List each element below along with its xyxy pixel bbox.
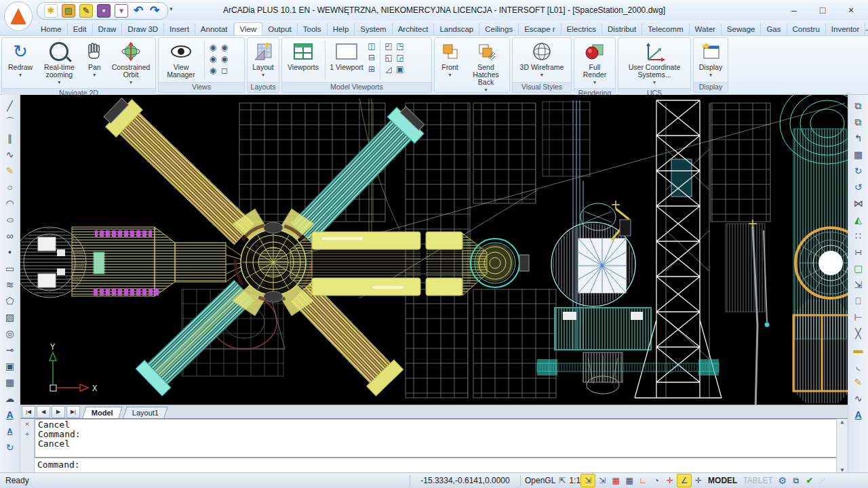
save-icon[interactable]: ▪ (97, 4, 111, 18)
tab-construction[interactable]: Constru (787, 23, 826, 35)
viewport-split-2-icon[interactable]: ◫ (366, 41, 377, 52)
open-file-icon[interactable]: ▨ (62, 4, 75, 18)
point-icon[interactable]: • (2, 244, 18, 260)
prev-tab-button[interactable]: ◀ (37, 406, 50, 418)
object-snap-icon[interactable]: ✛ (663, 474, 677, 487)
front-button[interactable]: Front (437, 39, 463, 79)
copy-icon[interactable]: ⧉ (850, 98, 867, 114)
redraw-tool-icon[interactable]: ↻ (2, 439, 18, 455)
angle-snap-icon[interactable]: ∠ (677, 474, 692, 487)
drawing-canvas[interactable]: Y X (20, 95, 848, 405)
viewport-shade-icon[interactable]: ◲ (395, 52, 406, 63)
copy-multiple-icon[interactable]: ⧉ (850, 114, 867, 130)
rotate-icon[interactable]: ↻ (850, 163, 867, 179)
viewport-split-3-icon[interactable]: ⊟ (366, 52, 377, 63)
grid-snap-icon[interactable]: ▦ (609, 474, 623, 487)
revision-cloud-icon[interactable]: ☁ (2, 390, 18, 407)
view-iso-icon[interactable]: ◉ (208, 65, 218, 76)
polygonal-viewport-icon[interactable]: ◿ (383, 64, 394, 75)
entity-snap-on-icon[interactable]: ⇲ (580, 474, 595, 487)
tab-system[interactable]: System (355, 23, 392, 35)
viewports-button[interactable]: Viewports (284, 39, 322, 72)
array-icon[interactable]: ▦ (850, 146, 867, 163)
viewport-lock-icon[interactable]: ◱ (383, 52, 394, 63)
extend-icon[interactable]: ⊢ (850, 309, 867, 325)
tablet-toggle[interactable]: TABLET (740, 476, 775, 485)
pointer-mode-icon[interactable]: ⇱ (555, 474, 569, 487)
spline-edit-icon[interactable]: ∿ (850, 390, 867, 407)
tab-draw[interactable]: Draw (93, 23, 123, 35)
tab-edit[interactable]: Edit (68, 23, 93, 35)
tab-distribution[interactable]: Distribut (602, 23, 642, 35)
closed-spline-icon[interactable]: ∞ (2, 228, 18, 244)
tab-telecom[interactable]: Telecomm (642, 23, 689, 35)
command-scrollbar[interactable]: ▲ ▼ (836, 419, 848, 473)
double-line-icon[interactable]: ∥ (2, 130, 18, 146)
align-icon[interactable]: ∷ (850, 228, 867, 244)
circle-icon[interactable]: ○ (2, 179, 18, 195)
polar-tracking-icon[interactable]: ◔ (650, 474, 663, 487)
leader-icon[interactable]: ⊸ (2, 342, 18, 358)
command-history[interactable]: Cancel Command: Cancel (35, 419, 836, 458)
viewport-split-4-icon[interactable]: ⊞ (366, 64, 377, 75)
tab-sewage[interactable]: Sewage (722, 23, 762, 35)
grid-display-icon[interactable]: ▦ (623, 474, 636, 487)
realtime-zoom-button[interactable]: Real-time zooming (38, 39, 80, 87)
trim-icon[interactable]: ╳ (850, 325, 867, 342)
tab-home[interactable]: Home (35, 23, 68, 35)
tab-view[interactable]: View (234, 22, 263, 35)
attach-icon[interactable]: ✎ (79, 4, 93, 18)
redo-icon[interactable]: ↷ (149, 5, 161, 17)
text-edit-icon[interactable]: A (850, 407, 867, 423)
tab-insert[interactable]: Insert (164, 23, 195, 35)
resize-grip[interactable]: ⋰ (819, 477, 826, 484)
text-single-icon[interactable]: A (2, 423, 18, 439)
scale-indicator[interactable]: 1:1 (569, 476, 580, 485)
model-space-toggle[interactable]: MODEL (705, 476, 740, 485)
command-pin-icon[interactable]: + (25, 430, 30, 438)
arc-3-point-icon[interactable]: ◠ (2, 195, 18, 211)
wireframe-button[interactable]: 3D Wireframe (515, 39, 568, 79)
maximize-button[interactable]: □ (808, 1, 837, 19)
constrained-orbit-button[interactable]: Constrained Orbit (108, 39, 153, 87)
tab-layout1[interactable]: Layout1 (123, 407, 168, 418)
freehand-sketch-icon[interactable]: ✎ (2, 163, 18, 179)
arc-icon[interactable]: ⌒ (2, 114, 18, 130)
app-logo[interactable] (4, 1, 33, 31)
hatch-fill-icon[interactable]: ▦ (2, 374, 18, 390)
rectangle-icon[interactable]: ▭ (2, 260, 18, 277)
fillet-icon[interactable]: ◟ (850, 358, 867, 374)
window-cascade-icon[interactable]: ⧉ (789, 474, 803, 487)
ucs-button[interactable]: User Coordinate Systems... (620, 39, 688, 87)
one-viewport-button[interactable]: 1 Viewport (328, 39, 365, 72)
next-tab-button[interactable]: ▶ (52, 406, 65, 418)
spline-icon[interactable]: ∿ (2, 146, 18, 163)
viewport-light-icon[interactable]: ◳ (395, 41, 406, 52)
doc-minimize-button[interactable]: – (865, 25, 868, 33)
tab-electrics[interactable]: Electrics (561, 23, 602, 35)
command-input[interactable]: Command: (35, 458, 836, 473)
donut-icon[interactable]: ◎ (2, 325, 18, 342)
minimize-button[interactable]: – (780, 1, 808, 19)
last-tab-button[interactable]: ▶| (66, 406, 80, 418)
region-icon[interactable]: ▣ (2, 358, 18, 374)
text-multiline-icon[interactable]: A (2, 407, 18, 423)
layout-button[interactable]: Layout (250, 39, 277, 79)
dimension-icon[interactable]: ▬ (850, 342, 867, 358)
status-ok-icon[interactable]: ✔ (803, 474, 816, 487)
new-file-icon[interactable]: ✱ (44, 4, 58, 18)
coordinates-readout[interactable]: -15.3334,-0.6141,0.0000 (414, 476, 516, 485)
tab-annotate[interactable]: Annotat (195, 23, 234, 35)
snap-tracking-icon[interactable]: ✛ (692, 474, 705, 487)
mirror-icon[interactable]: ⋈ (850, 195, 867, 211)
multiline-icon[interactable]: ≋ (2, 277, 18, 293)
hatch-boundary-icon[interactable]: ▨ (2, 309, 18, 325)
rotate-reference-icon[interactable]: ↺ (850, 179, 867, 195)
ellipse-icon[interactable]: ○ (0, 211, 22, 228)
object-viewport-icon[interactable]: ▣ (395, 64, 406, 75)
erase-icon[interactable]: ▢ (850, 260, 867, 277)
tab-tools[interactable]: Tools (298, 23, 328, 35)
tab-escape-routes[interactable]: Escape r (519, 23, 561, 35)
scroll-up-icon[interactable]: ▲ (841, 419, 844, 425)
full-render-button[interactable]: Full Render (576, 39, 613, 87)
